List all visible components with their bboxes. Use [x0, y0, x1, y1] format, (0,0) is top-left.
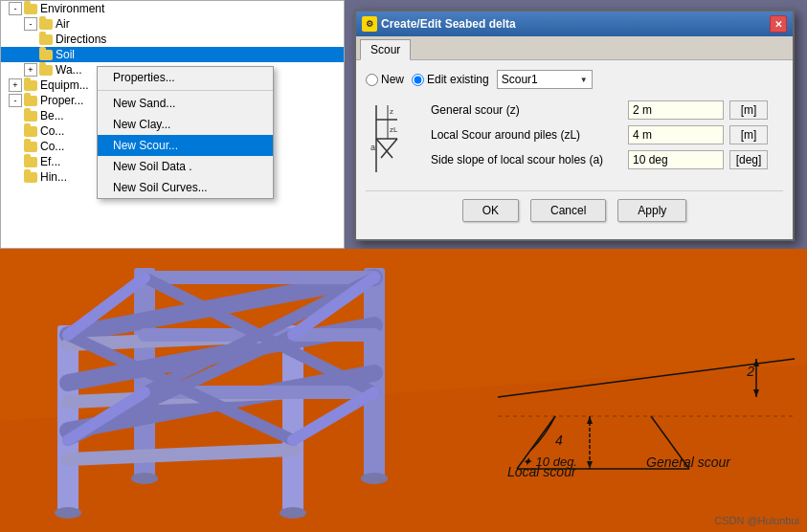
folder-icon-directions [39, 34, 53, 45]
label-water: Wa... [56, 63, 82, 77]
scene-svg [0, 249, 807, 532]
label-equipment: Equipm... [40, 78, 89, 92]
folder-icon-be [24, 111, 37, 122]
tree-item-soil[interactable]: Soil [1, 47, 344, 62]
field-input-2[interactable] [628, 150, 724, 169]
label-ef: Ef... [40, 155, 60, 168]
label-directions: Directions [56, 33, 106, 46]
diagram-area: z zL a [366, 100, 423, 177]
folder-icon-hin [24, 172, 37, 183]
tree-panel: - Environment - Air Directions Soil + Wa… [0, 0, 345, 249]
label-soil: Soil [56, 48, 75, 61]
radio-edit[interactable]: Edit existing [412, 73, 489, 86]
dialog-icon: ⚙ [362, 16, 377, 32]
dialog-title: Create/Edit Seabed delta [381, 17, 516, 31]
radio-new-input[interactable] [366, 74, 378, 86]
field-row-2: Side slope of local scour holes (a) [deg… [431, 150, 783, 169]
annotation-local-scour: Local scour [507, 464, 576, 479]
scour-dropdown[interactable]: Scour1 ▼ [497, 70, 593, 89]
dropdown-arrow: ▼ [580, 76, 588, 84]
annotation-2: 2 [747, 364, 754, 379]
folder-icon-water [39, 65, 53, 76]
field-label-2: Side slope of local scour holes (a) [431, 153, 622, 166]
dialog-fields: z zL a General scour (z) [366, 100, 783, 177]
expand-air[interactable]: - [24, 17, 37, 31]
expand-environment[interactable]: - [9, 2, 22, 15]
context-menu: Properties... New Sand... New Clay... Ne… [97, 66, 274, 199]
dialog-buttons: OK Cancel Apply [366, 190, 783, 230]
radio-edit-input[interactable] [412, 74, 424, 86]
field-label-0: General scour (z) [431, 103, 622, 117]
folder-icon-equipment [24, 80, 37, 91]
svg-point-33 [55, 507, 81, 519]
annotation-general-scour: General scour [646, 454, 730, 470]
cancel-button[interactable]: Cancel [530, 199, 606, 222]
label-properties: Proper... [40, 94, 83, 107]
titlebar-left: ⚙ Create/Edit Seabed delta [362, 16, 516, 32]
tree-item-environment[interactable]: - Environment [1, 1, 344, 16]
field-unit-0: [m] [729, 100, 768, 120]
dialog-window: ⚙ Create/Edit Seabed delta ✕ Scour New [354, 10, 795, 241]
radio-edit-label: Edit existing [427, 73, 489, 86]
label-hin: Hin... [40, 170, 67, 184]
dialog-panel: ⚙ Create/Edit Seabed delta ✕ Scour New [345, 0, 807, 249]
label-environment: Environment [40, 2, 104, 15]
expand-properties[interactable]: - [9, 94, 22, 107]
context-menu-properties[interactable]: Properties... [98, 67, 273, 88]
fields-table: General scour (z) [m] Local Scour around… [431, 100, 783, 177]
folder-icon-co1 [24, 126, 37, 137]
context-menu-new-sand[interactable]: New Sand... [98, 93, 273, 114]
context-menu-new-scour[interactable]: New Scour... [98, 135, 273, 156]
tree-item-directions[interactable]: Directions [1, 32, 344, 47]
radio-new[interactable]: New [366, 73, 404, 86]
annotation-4: 4 [555, 432, 563, 448]
context-menu-sep1 [98, 90, 273, 91]
folder-icon-environment [24, 4, 37, 14]
context-menu-new-soil-data[interactable]: New Soil Data . [98, 156, 273, 177]
expand-water[interactable]: + [24, 63, 37, 77]
svg-point-36 [361, 473, 388, 484]
watermark: CSDN @Hulunbui [714, 515, 799, 526]
svg-line-21 [68, 450, 293, 459]
svg-text:zL: zL [390, 125, 398, 134]
label-air: Air [56, 17, 70, 31]
label-be: Be... [40, 109, 64, 122]
ok-button[interactable]: OK [462, 199, 519, 222]
field-input-1[interactable] [628, 125, 724, 144]
expand-equipment[interactable]: + [9, 78, 22, 92]
context-menu-new-clay[interactable]: New Clay... [98, 114, 273, 135]
svg-text:a: a [370, 143, 375, 152]
field-input-0[interactable] [628, 100, 724, 120]
field-unit-2: [deg] [729, 150, 768, 169]
folder-icon-air [39, 19, 53, 30]
tree-item-air[interactable]: - Air [1, 16, 344, 32]
folder-icon-co2 [24, 142, 37, 152]
bottom-scene: 2 4 ✦ 10 deg. Local scour General scour … [0, 249, 807, 532]
svg-text:z: z [390, 107, 393, 116]
radio-new-label: New [381, 73, 404, 86]
dialog-titlebar: ⚙ Create/Edit Seabed delta ✕ [356, 11, 793, 36]
folder-icon-ef [24, 157, 37, 167]
tab-scour[interactable]: Scour [360, 39, 411, 60]
svg-point-35 [131, 473, 158, 484]
field-row-0: General scour (z) [m] [431, 100, 783, 120]
svg-point-34 [280, 507, 306, 519]
close-button[interactable]: ✕ [770, 15, 787, 33]
field-label-1: Local Scour around piles (zL) [431, 128, 622, 142]
context-menu-new-soil-curves[interactable]: New Soil Curves... [98, 177, 273, 198]
apply-button[interactable]: Apply [617, 199, 686, 222]
options-row: New Edit existing Scour1 ▼ [366, 70, 783, 89]
label-co2: Co... [40, 140, 64, 153]
dialog-body: New Edit existing Scour1 ▼ [356, 60, 793, 239]
field-unit-1: [m] [729, 125, 768, 144]
scour-diagram: z zL a [369, 100, 421, 177]
field-row-1: Local Scour around piles (zL) [m] [431, 125, 783, 144]
dialog-tabs: Scour [356, 36, 793, 60]
folder-icon-properties [24, 96, 37, 106]
folder-icon-soil [39, 50, 53, 60]
label-co1: Co... [40, 124, 64, 138]
dropdown-value: Scour1 [502, 73, 538, 86]
